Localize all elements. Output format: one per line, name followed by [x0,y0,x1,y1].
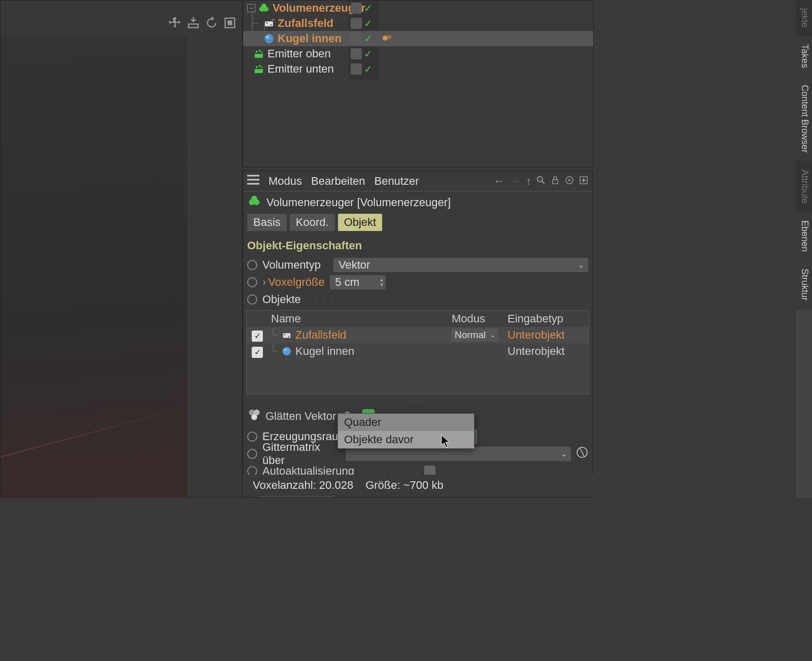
tab-koord[interactable]: Koord. [290,214,335,231]
filter-icon[interactable] [247,408,261,425]
svg-point-31 [288,336,289,337]
volume-builder-icon [257,2,270,15]
svg-point-15 [259,50,261,52]
prop-label-gittermatrix: Gittermatrix über [262,441,341,467]
status-voxel-count: Voxelanzahl: 20.028 [253,479,353,492]
search-icon[interactable] [536,175,546,188]
enabled-check-icon[interactable]: ✓ [364,17,373,29]
prop-label-objekte: Objekte [262,293,301,306]
visibility-toggle[interactable] [351,48,362,59]
move-icon[interactable] [168,16,182,33]
tab-objekt[interactable]: Objekt [338,214,383,231]
anim-radio[interactable] [247,449,257,459]
svg-point-14 [256,51,258,53]
dropdown-option-objekte-davor[interactable]: Objekte davor [338,431,474,448]
gittermatrix-link-field[interactable]: ⌄ [346,447,571,461]
side-tab-takes[interactable]: Takes [796,36,812,77]
sphere-icon [262,32,276,45]
menu-benutzer[interactable]: Benutzer [374,175,419,188]
table-row[interactable]: ✓ Zufallsfeld Normal ⌄ Unterobjekt [247,327,589,343]
section-title: Objekt-Eigenschaften [243,235,592,256]
row-checkbox[interactable]: ✓ [252,347,263,358]
add-icon[interactable] [579,175,588,188]
svg-point-19 [259,65,261,67]
side-tab-struktur[interactable]: Struktur [796,260,812,309]
enabled-check-icon[interactable]: ✓ [364,32,373,45]
visibility-toggle[interactable] [351,3,362,14]
chevron-down-icon: ⌄ [561,450,567,458]
tree-item-kugel-innen[interactable]: Kugel innen ✓ [243,31,593,46]
visibility-toggle[interactable] [351,63,362,75]
lock-icon[interactable] [551,175,560,188]
svg-point-36 [251,414,257,420]
frame-icon[interactable] [223,16,237,33]
collapse-icon[interactable]: − [247,4,255,12]
visibility-toggle[interactable] [351,33,362,44]
hamburger-icon[interactable] [247,175,259,188]
mode-dropdown[interactable]: Normal ⌄ [452,328,498,342]
col-header-name[interactable]: Name [267,312,452,325]
row-name: Kugel innen [295,345,354,358]
svg-rect-1 [227,20,232,25]
svg-point-10 [266,36,269,38]
tree-item-zufallsfeld[interactable]: Zufallsfeld ✓ [243,16,593,31]
svg-point-4 [261,4,266,9]
svg-point-24 [568,179,570,181]
tree-item-volumenerzeuger[interactable]: − Volumenerzeuger ✓ [243,1,593,16]
table-row[interactable]: ✓ Kugel innen Unterobjekt [247,343,589,359]
visibility-toggle[interactable] [351,18,362,29]
camera-icon[interactable] [186,16,200,33]
side-tab-ebenen[interactable]: Ebenen [796,212,812,260]
tree-item-label: Zufallsfeld [278,17,593,30]
enabled-check-icon[interactable]: ✓ [364,48,373,60]
up-icon[interactable]: ↑ [526,175,531,188]
dropdown-option-quader[interactable]: Quader [338,414,474,431]
tree-item-emitter-oben[interactable]: Emitter oben ✓ [243,46,593,61]
viewport-render-area[interactable] [1,36,188,498]
side-tab-objekte[interactable]: jekte [796,0,812,36]
anim-radio[interactable] [247,277,257,287]
svg-rect-17 [255,69,263,73]
side-tab-attribute[interactable]: Attribute [796,161,812,212]
target-icon[interactable] [565,175,574,188]
expand-icon[interactable]: › [262,276,266,289]
resize-handle[interactable]: ..... [243,394,592,405]
volumentyp-dropdown[interactable]: Vektor ⌄ [333,258,588,272]
tree-item-emitter-unten[interactable]: Emitter unten ✓ [243,61,593,77]
object-tree-panel: − Volumenerzeuger ✓ Zufallsfeld ✓ Kugel … [243,0,594,168]
menu-bearbeiten[interactable]: Bearbeiten [311,175,365,188]
row-type: Unterobjekt [507,345,589,358]
side-tab-content-browser[interactable]: Content Browser [796,77,812,161]
dots-decoration: . . . . [306,293,335,306]
anim-radio[interactable] [247,294,257,305]
menu-modus[interactable]: Modus [268,175,302,188]
link-target-icon[interactable] [576,446,588,461]
svg-point-12 [387,35,391,39]
svg-point-18 [256,66,258,68]
col-header-eingabetyp[interactable]: Eingabetyp [507,312,589,325]
row-checkbox[interactable]: ✓ [252,330,263,342]
tree-item-label: Emitter unten [267,62,593,76]
anim-radio[interactable] [247,260,257,270]
tree-item-label: Volumenerzeuger [273,2,593,15]
enabled-check-icon[interactable]: ✓ [364,2,373,14]
tag-area[interactable] [381,32,393,44]
prop-label-volumentyp: Volumentyp [262,258,328,272]
tab-basis[interactable]: Basis [247,214,287,231]
svg-point-20 [261,67,263,69]
enabled-check-icon[interactable]: ✓ [364,63,373,75]
anim-radio[interactable] [247,432,257,442]
col-header-modus[interactable]: Modus [452,312,507,325]
rotate-icon[interactable] [205,16,219,33]
voxelgroesse-input[interactable]: 5 cm ▲▼ [330,275,386,289]
random-field-icon [262,17,276,30]
forward-icon[interactable]: → [510,175,521,188]
svg-point-30 [284,334,286,336]
tree-item-label: Emitter oben [267,47,593,60]
svg-point-7 [270,24,272,26]
back-icon[interactable]: ← [493,175,504,188]
volume-builder-icon [247,194,261,211]
row-type: Unterobjekt [507,328,589,342]
svg-point-21 [537,177,543,182]
cursor-icon [441,435,452,449]
